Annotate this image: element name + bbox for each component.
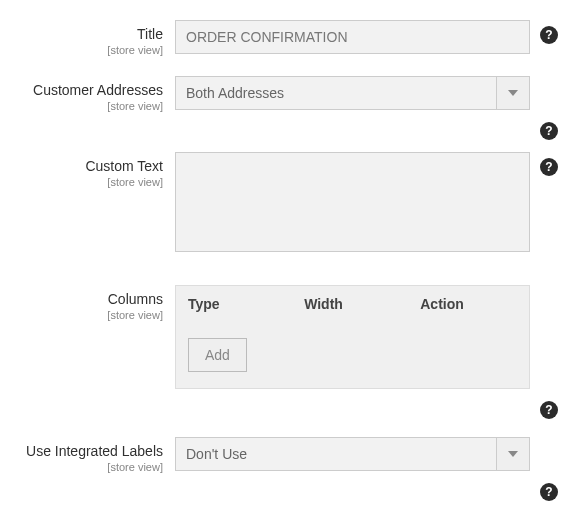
label-title: Title [10,26,163,42]
label-use-integrated-labels: Use Integrated Labels [10,443,163,459]
help-icon[interactable]: ? [540,483,558,501]
control-col: ? [175,20,530,54]
select-value: Both Addresses [175,76,496,110]
field-customer-addresses: Customer Addresses [store view] Both Add… [10,76,551,112]
help-icon[interactable]: ? [540,158,558,176]
label-scope: [store view] [10,100,163,112]
help-icon[interactable]: ? [540,26,558,44]
chevron-down-icon[interactable] [496,76,530,110]
control-col: ? [175,152,530,255]
add-button[interactable]: Add [188,338,247,372]
label-col: Customer Addresses [store view] [10,76,175,112]
title-input[interactable] [175,20,530,54]
help-icon[interactable]: ? [540,401,558,419]
label-col: Use Integrated Labels [store view] [10,437,175,473]
label-scope: [store view] [10,176,163,188]
col-header-action: Action [420,296,517,312]
label-col: Title [store view] [10,20,175,56]
label-columns: Columns [10,291,163,307]
field-use-integrated-labels: Use Integrated Labels [store view] Don't… [10,437,551,473]
label-col: Custom Text [store view] [10,152,175,188]
svg-marker-0 [508,90,518,96]
label-custom-text: Custom Text [10,158,163,174]
col-header-type: Type [188,296,304,312]
field-title: Title [store view] ? [10,20,551,56]
label-scope: [store view] [10,44,163,56]
table-body: Add [176,322,529,388]
table-header: Type Width Action [176,286,529,322]
columns-table: Type Width Action Add [175,285,530,389]
control-col: Type Width Action Add ? [175,285,530,389]
select-value: Don't Use [175,437,496,471]
label-col: Columns [store view] [10,285,175,321]
use-integrated-labels-select[interactable]: Don't Use [175,437,530,471]
control-col: Don't Use ? [175,437,530,471]
field-columns: Columns [store view] Type Width Action A… [10,285,551,389]
label-customer-addresses: Customer Addresses [10,82,163,98]
label-scope: [store view] [10,461,163,473]
field-custom-text: Custom Text [store view] ? [10,152,551,255]
custom-text-textarea[interactable] [175,152,530,252]
chevron-down-icon[interactable] [496,437,530,471]
label-scope: [store view] [10,309,163,321]
svg-marker-1 [508,451,518,457]
help-icon[interactable]: ? [540,122,558,140]
customer-addresses-select[interactable]: Both Addresses [175,76,530,110]
control-col: Both Addresses ? [175,76,530,110]
col-header-width: Width [304,296,420,312]
